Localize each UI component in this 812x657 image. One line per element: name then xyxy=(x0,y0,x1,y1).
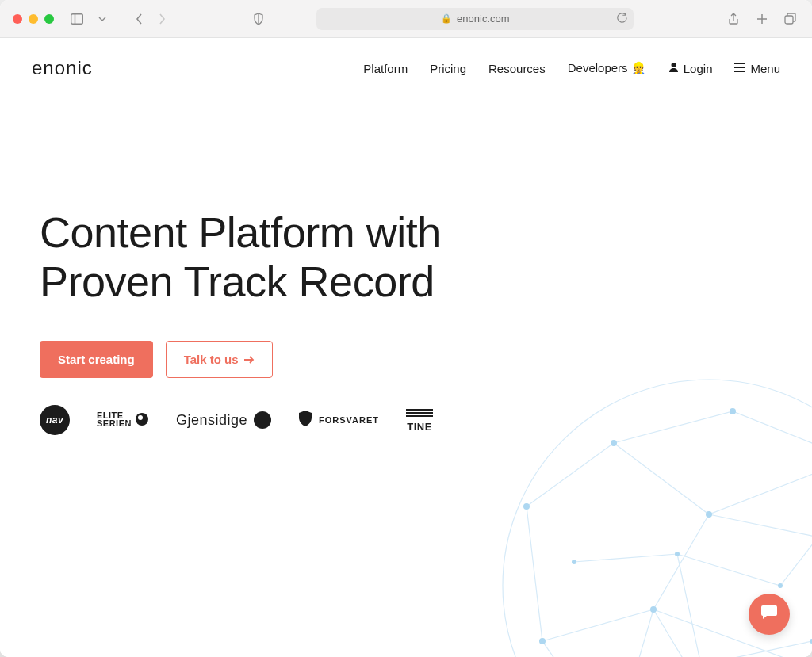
svg-rect-2 xyxy=(785,16,793,24)
browser-window: 🔒 enonic.com enonic Platform Pricing xyxy=(0,0,812,657)
hero-section: Content Platform with Proven Track Recor… xyxy=(0,89,812,459)
svg-point-5 xyxy=(138,415,143,420)
main-nav: Platform Pricing Resources Developers 👷 … xyxy=(363,61,780,75)
lock-icon: 🔒 xyxy=(441,13,452,24)
new-tab-icon[interactable] xyxy=(753,10,771,28)
close-window-button[interactable] xyxy=(13,14,22,24)
svg-point-19 xyxy=(778,583,783,588)
svg-point-18 xyxy=(675,552,680,556)
forward-button[interactable] xyxy=(153,10,170,28)
client-logo-eliteserien: ELITE SERIEN xyxy=(97,412,149,428)
start-creating-button[interactable]: Start creating xyxy=(40,341,153,378)
site-logo[interactable]: enonic xyxy=(32,57,93,79)
nav-login[interactable]: Login xyxy=(668,62,713,75)
nav-developers[interactable]: Developers 👷 xyxy=(568,61,646,75)
page-content: enonic Platform Pricing Resources Develo… xyxy=(0,38,812,657)
client-logo-gjensidige: Gjensidige xyxy=(176,411,271,429)
client-logos: nav ELITE SERIEN Gjensidige xyxy=(40,405,772,435)
talk-to-us-button[interactable]: Talk to us xyxy=(166,341,273,378)
tabs-overview-icon[interactable] xyxy=(782,10,799,28)
privacy-shield-icon[interactable] xyxy=(250,10,267,28)
arrow-right-icon xyxy=(243,353,255,366)
chat-button[interactable] xyxy=(749,594,790,635)
nav-pricing[interactable]: Pricing xyxy=(430,62,466,75)
address-bar[interactable]: 🔒 enonic.com xyxy=(316,8,634,30)
client-logo-forsvaret: FORSVARET xyxy=(298,411,379,430)
traffic-lights xyxy=(13,14,54,24)
ball-icon xyxy=(135,412,149,428)
client-logo-tine: TINE xyxy=(406,409,433,432)
refresh-icon[interactable] xyxy=(617,13,627,25)
svg-point-15 xyxy=(523,503,530,510)
url-text: enonic.com xyxy=(457,13,509,25)
hamburger-icon xyxy=(734,62,745,74)
nav-menu[interactable]: Menu xyxy=(734,62,780,75)
sidebar-toggle-icon[interactable] xyxy=(68,10,86,28)
chat-icon xyxy=(760,602,779,626)
shield-icon xyxy=(298,411,312,430)
maximize-window-button[interactable] xyxy=(44,14,54,24)
minimize-window-button[interactable] xyxy=(29,14,38,24)
back-button[interactable] xyxy=(131,10,148,28)
svg-point-23 xyxy=(572,560,576,564)
svg-point-3 xyxy=(671,63,676,67)
browser-toolbar: 🔒 enonic.com xyxy=(0,0,812,38)
bars-icon xyxy=(406,409,433,417)
svg-point-17 xyxy=(650,606,657,613)
client-logo-nav: nav xyxy=(40,405,70,435)
circle-icon xyxy=(254,411,271,429)
share-icon[interactable] xyxy=(725,10,742,28)
site-header: enonic Platform Pricing Resources Develo… xyxy=(0,38,812,89)
hero-title: Content Platform with Proven Track Recor… xyxy=(40,208,772,306)
cta-row: Start creating Talk to us xyxy=(40,341,772,378)
svg-rect-0 xyxy=(71,13,83,24)
user-icon xyxy=(668,62,679,74)
toolbar-divider xyxy=(121,13,121,25)
chevron-down-icon[interactable] xyxy=(94,10,111,28)
svg-point-16 xyxy=(706,511,712,518)
nav-resources[interactable]: Resources xyxy=(488,62,546,75)
nav-platform[interactable]: Platform xyxy=(363,62,408,75)
svg-point-14 xyxy=(539,638,546,644)
